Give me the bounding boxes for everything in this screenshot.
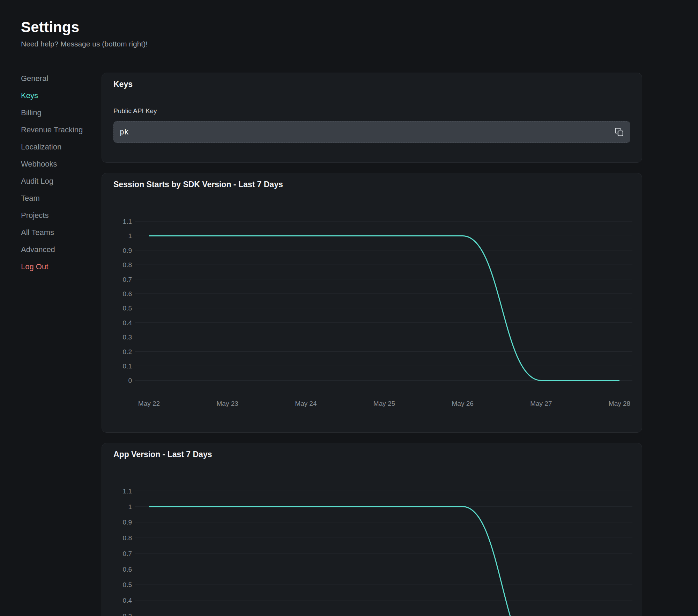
app-version-chart-title: App Version - Last 7 Days xyxy=(113,450,630,459)
svg-text:0.3: 0.3 xyxy=(123,613,132,616)
svg-text:0.8: 0.8 xyxy=(123,534,132,542)
svg-text:0.2: 0.2 xyxy=(123,348,132,355)
main-column: Keys Public API Key pk_ xyxy=(102,70,642,616)
copy-icon xyxy=(615,127,624,137)
sidebar-item-advanced[interactable]: Advanced xyxy=(21,241,102,258)
settings-page: Settings Need help? Message us (bottom r… xyxy=(0,0,698,616)
app-version-line-chart: 1.110.90.80.70.60.50.40.30.20.10May 22Ma… xyxy=(102,466,642,616)
keys-card: Keys Public API Key pk_ xyxy=(102,73,642,163)
svg-text:May 22: May 22 xyxy=(138,400,160,407)
svg-text:0.6: 0.6 xyxy=(123,290,132,298)
svg-text:0.4: 0.4 xyxy=(123,597,132,604)
svg-text:0.9: 0.9 xyxy=(123,247,132,254)
sidebar-item-team[interactable]: Team xyxy=(21,190,102,207)
svg-text:0.6: 0.6 xyxy=(123,566,132,573)
svg-text:0.3: 0.3 xyxy=(123,333,132,341)
app-version-chart-header: App Version - Last 7 Days xyxy=(102,443,642,466)
svg-text:May 25: May 25 xyxy=(373,400,395,407)
svg-text:0.5: 0.5 xyxy=(123,581,132,588)
sidebar-item-projects[interactable]: Projects xyxy=(21,207,102,224)
app-version-chart-card: App Version - Last 7 Days 1.110.90.80.70… xyxy=(102,443,642,616)
page-header: Settings Need help? Message us (bottom r… xyxy=(0,0,698,48)
svg-text:0.7: 0.7 xyxy=(123,276,132,283)
svg-text:1.1: 1.1 xyxy=(123,487,132,495)
svg-text:0.7: 0.7 xyxy=(123,550,132,557)
keys-card-body: Public API Key pk_ xyxy=(102,96,642,162)
svg-text:0: 0 xyxy=(128,377,132,384)
svg-text:1.1: 1.1 xyxy=(123,218,132,225)
svg-text:0.1: 0.1 xyxy=(123,362,132,370)
sidebar-item-audit-log[interactable]: Audit Log xyxy=(21,173,102,190)
sdk-version-line-chart: 1.110.90.80.70.60.50.40.30.20.10May 22Ma… xyxy=(102,196,642,432)
copy-button[interactable] xyxy=(613,126,625,138)
svg-text:May 24: May 24 xyxy=(295,400,317,407)
svg-text:0.8: 0.8 xyxy=(123,261,132,269)
public-api-key-label: Public API Key xyxy=(113,107,630,115)
sidebar-item-revenue-tracking[interactable]: Revenue Tracking xyxy=(21,121,102,138)
svg-text:0.9: 0.9 xyxy=(123,519,132,526)
svg-text:1: 1 xyxy=(128,232,132,240)
content-row: GeneralKeysBillingRevenue TrackingLocali… xyxy=(0,70,698,616)
public-api-key-field[interactable]: pk_ xyxy=(113,121,630,143)
sidebar-item-billing[interactable]: Billing xyxy=(21,104,102,121)
svg-text:May 23: May 23 xyxy=(217,400,238,407)
page-subtitle: Need help? Message us (bottom right)! xyxy=(21,40,698,48)
svg-text:May 28: May 28 xyxy=(609,400,630,407)
svg-text:May 27: May 27 xyxy=(530,400,552,407)
sidebar-item-webhooks[interactable]: Webhooks xyxy=(21,155,102,173)
sdk-version-chart-header: Session Starts by SDK Version - Last 7 D… xyxy=(102,173,642,196)
sdk-version-chart-card: Session Starts by SDK Version - Last 7 D… xyxy=(102,173,642,433)
sidebar-item-general[interactable]: General xyxy=(21,70,102,87)
sidebar-item-keys[interactable]: Keys xyxy=(21,87,102,104)
svg-text:1: 1 xyxy=(128,503,132,511)
public-api-key-value: pk_ xyxy=(120,128,613,136)
keys-card-header: Keys xyxy=(102,73,642,96)
sidebar-item-log-out[interactable]: Log Out xyxy=(21,258,102,275)
settings-nav: GeneralKeysBillingRevenue TrackingLocali… xyxy=(0,70,102,275)
keys-card-title: Keys xyxy=(113,80,630,89)
svg-text:May 26: May 26 xyxy=(452,400,474,407)
page-title: Settings xyxy=(21,19,698,36)
sidebar-item-localization[interactable]: Localization xyxy=(21,138,102,155)
svg-text:0.5: 0.5 xyxy=(123,305,132,312)
svg-text:0.4: 0.4 xyxy=(123,319,132,327)
sdk-version-chart-title: Session Starts by SDK Version - Last 7 D… xyxy=(113,180,630,189)
sidebar-item-all-teams[interactable]: All Teams xyxy=(21,224,102,241)
